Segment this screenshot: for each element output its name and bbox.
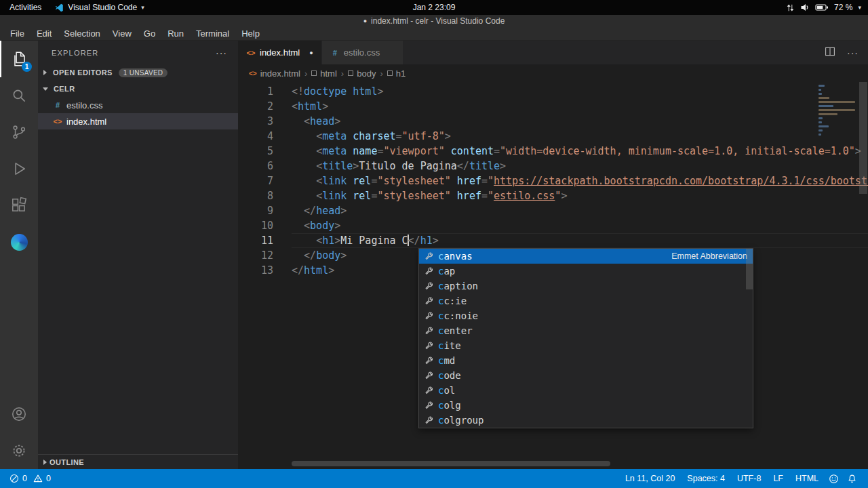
open-editors-section-header[interactable]: OPEN EDITORS 1 UNSAVED bbox=[38, 64, 238, 81]
close-tab-icon[interactable]: × bbox=[389, 47, 395, 58]
line-number[interactable]: 6 bbox=[238, 159, 292, 174]
minimap-line bbox=[818, 134, 821, 136]
suggestion-cc:ie[interactable]: cc:ie bbox=[419, 293, 753, 308]
status-language-mode[interactable]: HTML bbox=[789, 474, 825, 483]
code-line-3[interactable]: <head> bbox=[292, 114, 868, 129]
tab-estilo.css[interactable]: #estilo.css× bbox=[322, 41, 403, 64]
horizontal-scrollbar-slider[interactable] bbox=[292, 461, 610, 466]
line-number[interactable]: 4 bbox=[238, 129, 292, 144]
suggestion-label: caption bbox=[438, 279, 747, 293]
line-number[interactable]: 9 bbox=[238, 203, 292, 218]
breadcrumb-item-h1[interactable]: h1 bbox=[387, 68, 406, 79]
breadcrumb-item-index.html[interactable]: <>index.html bbox=[249, 68, 300, 79]
minimap[interactable] bbox=[818, 85, 857, 138]
menu-terminal[interactable]: Terminal bbox=[190, 28, 235, 39]
search-icon bbox=[10, 87, 28, 104]
suggestion-detail: Emmet Abbreviation bbox=[671, 249, 747, 264]
line-number[interactable]: 12 bbox=[238, 248, 292, 263]
wrench-icon bbox=[423, 371, 434, 380]
extensions-icon bbox=[10, 197, 28, 214]
line-number[interactable]: 7 bbox=[238, 174, 292, 188]
vertical-scrollbar[interactable] bbox=[859, 82, 868, 469]
line-number[interactable]: 3 bbox=[238, 114, 292, 129]
suggestion-colgroup[interactable]: colgroup bbox=[419, 413, 753, 428]
caret-down-icon: ▾ bbox=[141, 4, 144, 11]
warning-icon bbox=[33, 474, 43, 483]
code-line-1[interactable]: <!doctype html> bbox=[292, 84, 868, 99]
code-line-5[interactable]: <meta name="viewport" content="width=dev… bbox=[292, 144, 868, 159]
code-line-7[interactable]: <link rel="stylesheet" href="https://sta… bbox=[292, 174, 868, 188]
code-line-9[interactable]: </head> bbox=[292, 203, 868, 218]
code-line-4[interactable]: <meta charset="utf-8"> bbox=[292, 129, 868, 144]
suggest-scrollbar[interactable] bbox=[746, 249, 753, 428]
search-view-button[interactable] bbox=[0, 77, 38, 114]
editor-more-actions-button[interactable]: ··· bbox=[847, 47, 859, 58]
file-item-estilo.css[interactable]: #estilo.css bbox=[38, 97, 238, 113]
menu-selection[interactable]: Selection bbox=[58, 28, 106, 39]
tab-index.html[interactable]: <>index.html● bbox=[238, 41, 322, 64]
suggest-scrollbar-slider[interactable] bbox=[746, 249, 753, 289]
suggestion-cc:noie[interactable]: cc:noie bbox=[419, 308, 753, 323]
status-notifications-button[interactable] bbox=[843, 474, 861, 484]
suggestion-cite[interactable]: cite bbox=[419, 338, 753, 353]
suggestion-code[interactable]: code bbox=[419, 368, 753, 383]
menu-edit[interactable]: Edit bbox=[31, 28, 58, 39]
line-number[interactable]: 11 bbox=[238, 233, 292, 248]
menu-help[interactable]: Help bbox=[235, 28, 266, 39]
line-number[interactable]: 2 bbox=[238, 99, 292, 114]
menu-file[interactable]: File bbox=[4, 28, 31, 39]
file-item-index.html[interactable]: <>index.html bbox=[38, 113, 238, 129]
suggestion-cmd[interactable]: cmd bbox=[419, 353, 753, 368]
code-line-10[interactable]: <body> bbox=[292, 218, 868, 233]
code-line-11[interactable]: <h1>Mi Pagina C</h1> bbox=[292, 233, 868, 248]
system-tray[interactable]: 72 % ▾ bbox=[786, 3, 861, 12]
split-editor-button[interactable] bbox=[824, 45, 836, 60]
code-line-2[interactable]: <html> bbox=[292, 99, 868, 114]
code-line-8[interactable]: <link rel="stylesheet" href="estilo.css"… bbox=[292, 188, 868, 203]
source-control-view-button[interactable] bbox=[0, 114, 38, 150]
explorer-more-actions-button[interactable]: ··· bbox=[216, 47, 227, 58]
account-button[interactable] bbox=[0, 396, 38, 432]
status-problems[interactable]: 0 0 bbox=[7, 474, 54, 483]
menu-view[interactable]: View bbox=[106, 28, 138, 39]
status-cursor-position[interactable]: Ln 11, Col 20 bbox=[619, 474, 681, 483]
suggestion-cap[interactable]: cap bbox=[419, 264, 753, 279]
line-number[interactable]: 13 bbox=[238, 263, 292, 278]
suggestion-canvas[interactable]: canvasEmmet Abbreviation bbox=[419, 249, 753, 264]
symbol-element-icon bbox=[311, 70, 317, 76]
run-debug-view-button[interactable] bbox=[0, 150, 38, 187]
code-line-6[interactable]: <title>Titulo de Pagina</title> bbox=[292, 159, 868, 174]
menu-run[interactable]: Run bbox=[161, 28, 190, 39]
breadcrumb-item-body[interactable]: body bbox=[348, 68, 376, 79]
error-count: 0 bbox=[22, 474, 27, 483]
edge-tools-view-button[interactable] bbox=[0, 224, 38, 260]
suggestion-col[interactable]: col bbox=[419, 383, 753, 398]
app-menu-button[interactable]: Visual Studio Code ▾ bbox=[55, 3, 144, 12]
suggestion-center[interactable]: center bbox=[419, 323, 753, 338]
unsaved-dot-icon[interactable]: ● bbox=[309, 49, 313, 56]
wrench-icon bbox=[423, 267, 434, 276]
clock[interactable]: Jan 2 23:09 bbox=[413, 0, 456, 15]
vertical-scrollbar-slider[interactable] bbox=[859, 82, 867, 194]
line-number[interactable]: 10 bbox=[238, 218, 292, 233]
folder-section-header[interactable]: CELR bbox=[38, 81, 238, 97]
status-indentation[interactable]: Spaces: 4 bbox=[681, 474, 731, 483]
minimap-line bbox=[818, 93, 822, 95]
status-feedback-button[interactable] bbox=[825, 474, 843, 484]
explorer-view-button[interactable]: 1 bbox=[0, 41, 38, 77]
extensions-view-button[interactable] bbox=[0, 187, 38, 224]
settings-button[interactable] bbox=[0, 432, 38, 469]
status-eol[interactable]: LF bbox=[767, 474, 789, 483]
line-number[interactable]: 5 bbox=[238, 144, 292, 159]
breadcrumb-item-html[interactable]: html bbox=[311, 68, 337, 79]
line-number[interactable]: 8 bbox=[238, 188, 292, 203]
menu-go[interactable]: Go bbox=[138, 28, 161, 39]
outline-section-header[interactable]: OUTLINE bbox=[38, 454, 238, 469]
line-number[interactable]: 1 bbox=[238, 84, 292, 99]
activity-bar: 1 bbox=[0, 41, 38, 469]
activities-button[interactable]: Activities bbox=[7, 3, 44, 12]
suggestion-caption[interactable]: caption bbox=[419, 279, 753, 293]
suggestion-colg[interactable]: colg bbox=[419, 398, 753, 413]
symbol-element-icon bbox=[387, 70, 393, 76]
status-encoding[interactable]: UTF-8 bbox=[731, 474, 767, 483]
